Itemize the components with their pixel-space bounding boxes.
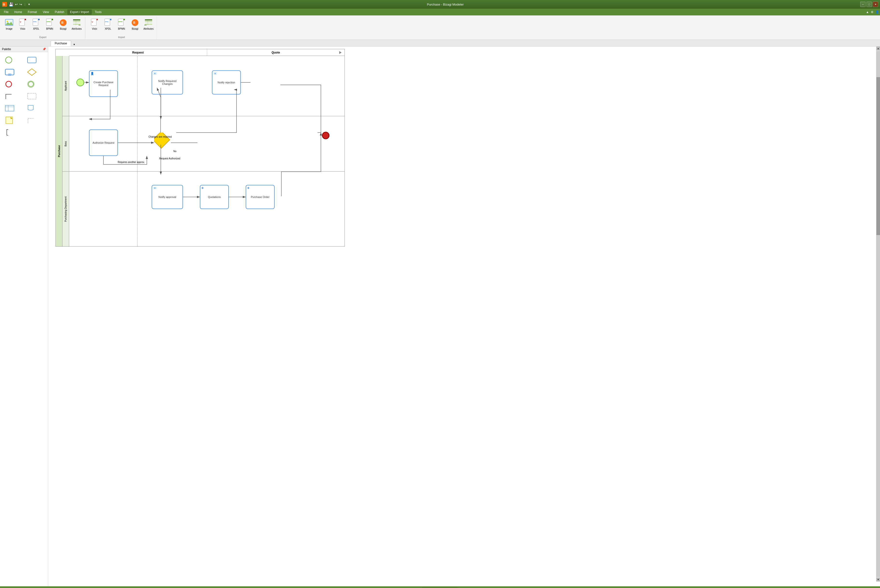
tab-purchase[interactable]: Purchase: [51, 40, 71, 46]
palette-sticky-note[interactable]: [3, 115, 16, 125]
svg-text:XPDL: XPDL: [33, 21, 37, 22]
gateway-label-auth: Request Authorized: [156, 157, 183, 160]
export-bpmn-btn[interactable]: BPMN BPMN: [43, 17, 56, 31]
palette-corner-connector[interactable]: [3, 91, 16, 101]
maximize-btn[interactable]: □: [867, 2, 872, 7]
export-bpmn-label: BPMN: [46, 27, 53, 30]
import-group: V Visio XPDL XPDL: [86, 16, 157, 39]
canvas-area[interactable]: Request Quote Purchase: [48, 46, 880, 586]
svg-text:BPMN: BPMN: [118, 21, 123, 22]
menu-file[interactable]: File: [1, 9, 11, 15]
svg-text:V: V: [91, 21, 93, 23]
palette-gateway[interactable]: [25, 67, 39, 77]
quick-save[interactable]: 💾: [9, 2, 13, 7]
export-attributes-label: Attributes: [72, 27, 82, 30]
notify-required-changes-task[interactable]: 📧 Notify Required Changes: [151, 70, 183, 94]
close-btn[interactable]: ✕: [873, 2, 878, 7]
svg-rect-21: [73, 19, 80, 21]
svg-point-53: [6, 81, 12, 87]
palette-dashed-rect[interactable]: [25, 91, 39, 101]
import-xpdl-btn[interactable]: XPDL XPDL: [102, 17, 114, 31]
create-purchase-request-task[interactable]: 👤 Create Purchase Request: [89, 70, 118, 97]
ribbon-collapse-btn[interactable]: ▲: [866, 10, 869, 14]
palette-task[interactable]: [25, 55, 39, 65]
menu-export-import[interactable]: Export / Import: [67, 9, 92, 15]
palette-start-event[interactable]: [3, 55, 16, 65]
task-icon-user: 👤: [90, 72, 94, 75]
import-bpmn-btn[interactable]: BPMN BPMN: [115, 17, 128, 31]
svg-marker-68: [339, 51, 342, 54]
authorize-request-task[interactable]: Authorize Request: [89, 129, 118, 156]
palette-pin-icon[interactable]: 📌: [42, 48, 46, 51]
svg-marker-45: [144, 25, 145, 26]
palette-document[interactable]: [25, 103, 39, 113]
import-bpmn-label: BPMN: [118, 27, 125, 30]
svg-text:BPMN: BPMN: [46, 21, 51, 22]
palette-subprocess[interactable]: [3, 67, 16, 77]
svg-text:B: B: [3, 3, 5, 6]
purchase-order-task[interactable]: ✚ Purchase Order: [246, 185, 274, 209]
app-icon: B: [2, 2, 7, 7]
swimlane-boss-label: Boss: [63, 116, 69, 171]
scroll-up-btn[interactable]: ▲: [876, 46, 880, 50]
menu-view[interactable]: View: [40, 9, 52, 15]
menu-publish[interactable]: Publish: [52, 9, 67, 15]
svg-text:B: B: [133, 21, 135, 24]
palette-intermediate-event[interactable]: [25, 79, 39, 89]
tab-close[interactable]: ▼: [72, 43, 77, 46]
import-group-label: Import: [118, 36, 125, 39]
export-attributes-icon: [72, 18, 81, 27]
vertical-scrollbar[interactable]: ▲ ▼: [876, 46, 880, 582]
tabbar: Purchase ▼: [0, 40, 880, 46]
export-attributes-btn[interactable]: Attributes: [70, 17, 83, 31]
import-attributes-btn[interactable]: Attributes: [142, 17, 155, 31]
export-xpdl-btn[interactable]: XPDL XPDL: [30, 17, 42, 31]
gateway-shape[interactable]: [154, 133, 171, 150]
scroll-track[interactable]: [876, 51, 880, 577]
undo-btn[interactable]: ↩: [15, 2, 18, 6]
import-visio-btn[interactable]: V Visio: [88, 17, 101, 31]
export-visio-label: Visio: [20, 27, 25, 30]
more-btn[interactable]: ▼: [28, 3, 30, 6]
diagram-pool: Request Quote Purchase: [55, 49, 345, 247]
menu-format[interactable]: Format: [25, 9, 40, 15]
export-xpdl-label: XPDL: [33, 27, 39, 30]
scroll-thumb[interactable]: [876, 77, 880, 235]
title-left: B 💾 ↩ ↪ | ▼: [2, 2, 30, 7]
menubar: File Home Format View Publish Export / I…: [0, 9, 880, 15]
start-event-shape[interactable]: [76, 78, 85, 87]
redo-btn[interactable]: ↪: [19, 2, 22, 6]
gateway-label-req: Requires another approv.: [115, 161, 147, 164]
palette-end-event[interactable]: [3, 79, 16, 89]
export-bizagi-btn[interactable]: B Bizagi: [57, 17, 69, 31]
quotations-task[interactable]: ✚ Quotations: [200, 185, 229, 209]
import-xpdl-icon: XPDL: [103, 18, 112, 27]
settings-icon[interactable]: ⚙: [871, 10, 874, 14]
account-icon[interactable]: 👤: [876, 10, 879, 14]
palette-annotation[interactable]: [3, 127, 16, 137]
export-image-btn[interactable]: Image: [3, 17, 15, 31]
import-visio-icon: V: [90, 18, 99, 27]
canvas: Request Quote Purchase: [48, 46, 880, 586]
app-title: Purchase - Bizagi Modeler: [30, 3, 860, 6]
export-image-icon: [5, 18, 13, 27]
palette-table[interactable]: [3, 103, 16, 113]
task-icon-doc-2: ✚: [247, 186, 250, 190]
swimlane-purchasing-label: Purchasing Department: [63, 172, 69, 246]
export-visio-btn[interactable]: V Visio: [16, 17, 29, 31]
svg-rect-22: [73, 21, 80, 22]
main-area: Palette 📌: [0, 46, 880, 586]
svg-point-77: [322, 132, 329, 139]
import-bizagi-btn[interactable]: B Bizagi: [129, 17, 141, 31]
scroll-down-btn[interactable]: ▼: [876, 578, 880, 582]
ribbon-collapse-area: ▲ ⚙ 👤: [866, 10, 879, 14]
notify-rejection-task[interactable]: 📧 Notify rejection: [212, 70, 241, 94]
palette-dashed-corner[interactable]: [25, 115, 39, 125]
svg-text:V: V: [20, 21, 21, 23]
svg-marker-52: [27, 69, 36, 75]
menu-home[interactable]: Home: [11, 9, 25, 15]
end-event-shape[interactable]: [321, 131, 330, 141]
menu-tools[interactable]: Tools: [92, 9, 104, 15]
notify-approval-task[interactable]: 📧 Notify approval: [151, 185, 183, 209]
minimize-btn[interactable]: ─: [860, 2, 865, 7]
